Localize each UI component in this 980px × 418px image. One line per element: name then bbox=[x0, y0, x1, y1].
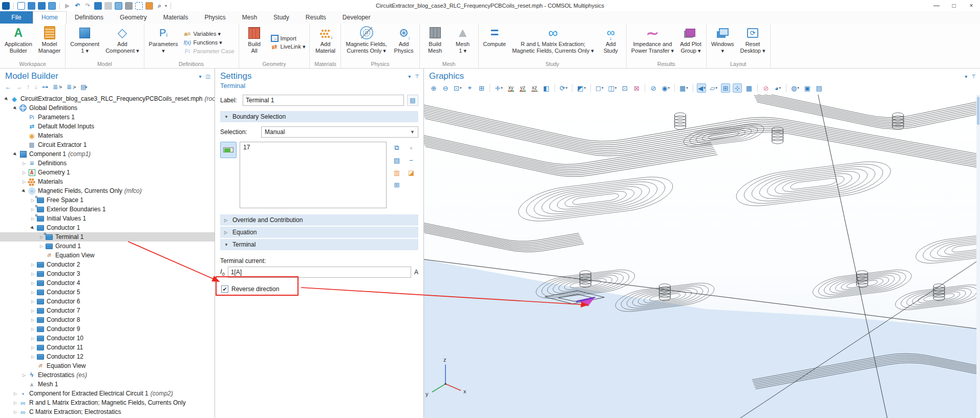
paste-button[interactable] bbox=[104, 2, 112, 10]
tree-item-conductor-4[interactable]: ▷Conductor 4 bbox=[0, 278, 215, 288]
tree-item-initial-values-1[interactable]: ▷Initial Values 1 bbox=[0, 214, 215, 223]
hide-selected-button[interactable]: ⊘ bbox=[649, 83, 658, 93]
tree-expander-icon[interactable]: ▷ bbox=[29, 345, 36, 350]
tab-developer[interactable]: Developer bbox=[334, 11, 379, 24]
image-effects-button[interactable]: ◫▾ bbox=[607, 83, 617, 93]
show-button[interactable]: ⊶ bbox=[42, 83, 48, 91]
tree-expander-icon[interactable]: ▷ bbox=[29, 355, 36, 359]
application-builder-button[interactable]: ApplicationBuilder bbox=[2, 25, 35, 60]
tab-definitions[interactable]: Definitions bbox=[67, 11, 112, 24]
tree-expander-icon[interactable]: ▶ bbox=[20, 187, 28, 195]
select-box-button[interactable]: ⊡ bbox=[620, 83, 629, 93]
duplicate-button[interactable] bbox=[115, 2, 122, 10]
zoom-to-selection-button[interactable]: ⊞ bbox=[477, 83, 486, 93]
tree-expander-icon[interactable]: ▷ bbox=[29, 272, 36, 276]
back-button[interactable]: ← bbox=[5, 83, 11, 91]
tree-item-default-model-inputs[interactable]: Default Model Inputs bbox=[0, 122, 215, 131]
show-material-color-button[interactable]: ⊘ bbox=[761, 83, 771, 93]
model-tree-node-text-button[interactable]: ▤ ▾ bbox=[80, 83, 87, 91]
tree-expander-icon[interactable]: ▷ bbox=[29, 281, 36, 285]
move-down-button[interactable]: ↓ bbox=[34, 83, 37, 91]
functions-button[interactable]: Functions ▾ bbox=[183, 39, 234, 46]
zoom-extents-button[interactable]: ⌖ bbox=[465, 83, 474, 93]
copy-selection-button[interactable]: ▤ bbox=[394, 157, 400, 164]
tree-expander-icon[interactable]: ▷ bbox=[38, 244, 45, 249]
tree-item-component-1[interactable]: ▶Component 1(comp1) bbox=[0, 149, 215, 159]
environment-reflections-button[interactable]: ◍▾ bbox=[790, 83, 800, 93]
delete-button[interactable] bbox=[125, 2, 133, 10]
tab-study[interactable]: Study bbox=[265, 11, 297, 24]
color-palette-button[interactable]: ◕▾ bbox=[773, 83, 782, 93]
snapshot-button[interactable]: ▣ bbox=[803, 83, 812, 93]
tree-expander-icon[interactable]: ▷ bbox=[12, 401, 19, 405]
tree-item-conductor-9[interactable]: ▷Conductor 9 bbox=[0, 324, 215, 334]
select-box-button[interactable] bbox=[135, 2, 143, 10]
tree-item-mesh-1[interactable]: Mesh 1 bbox=[0, 380, 215, 389]
tree-item-conductor-11[interactable]: ▷Conductor 11 bbox=[0, 343, 215, 352]
deselect-box-button[interactable]: ⊠ bbox=[632, 83, 641, 93]
add-physics-button[interactable]: AddPhysics bbox=[391, 25, 417, 60]
tree-expander-icon[interactable]: ▷ bbox=[29, 299, 36, 304]
scene-camera-button[interactable]: ◧ bbox=[542, 83, 551, 93]
terminal-current-input[interactable] bbox=[228, 267, 411, 278]
section-equation[interactable]: ▷ Equation bbox=[220, 227, 418, 238]
build-mesh-button[interactable]: BuildMesh bbox=[422, 25, 449, 60]
create-selection-button[interactable]: ⧉ bbox=[394, 144, 399, 152]
add-component-button[interactable]: AddComponent ▾ bbox=[103, 25, 141, 60]
graphics-scrollbar[interactable] bbox=[976, 95, 980, 418]
save-button[interactable] bbox=[38, 2, 46, 10]
tree-item-conductor-7[interactable]: ▷Conductor 7 bbox=[0, 306, 215, 315]
tab-results[interactable]: Results bbox=[297, 11, 334, 24]
tree-expander-icon[interactable]: ▶ bbox=[29, 224, 37, 232]
selection-dropdown[interactable]: Manual ▼ bbox=[261, 126, 418, 138]
tree-expander-icon[interactable]: ▷ bbox=[20, 161, 28, 166]
tree-item-ground-1[interactable]: ▷Ground 1 bbox=[0, 241, 215, 251]
maximize-button[interactable]: □ bbox=[945, 0, 963, 11]
model-builder-detach-icon[interactable]: ◫ bbox=[206, 74, 210, 79]
graphics-canvas[interactable]: z x y bbox=[424, 95, 980, 418]
undo-button[interactable]: ↶ bbox=[74, 2, 81, 10]
tree-item-terminal-1[interactable]: ▷Terminal 1 bbox=[0, 232, 215, 241]
view-menu-button[interactable]: ▦▾ bbox=[678, 83, 689, 93]
close-button[interactable]: × bbox=[963, 0, 980, 11]
windows-button[interactable]: Windows▾ bbox=[709, 25, 737, 60]
tree-item-parameters-1[interactable]: Parameters 1 bbox=[0, 113, 215, 122]
zoom-to-selection-button[interactable]: ⊞ bbox=[394, 181, 400, 189]
forward-button[interactable]: → bbox=[16, 83, 22, 91]
settings-pin-icon[interactable]: ⊤ bbox=[415, 74, 419, 79]
add-material-button[interactable]: AddMaterial bbox=[312, 25, 338, 60]
zoom-out-button[interactable]: ⊖ bbox=[441, 83, 450, 93]
tree-expander-icon[interactable]: ▷ bbox=[29, 262, 36, 267]
axis-orientation-button[interactable]: ⊹ bbox=[733, 83, 742, 93]
transparency-button[interactable]: ◻▾ bbox=[594, 83, 604, 93]
view-hidden-button[interactable]: ◉▾ bbox=[661, 83, 671, 93]
tree-item-materials[interactable]: ▷Materials bbox=[0, 177, 215, 186]
tab-home[interactable]: Home bbox=[33, 11, 67, 24]
go-to-default-view-button[interactable]: ✛▾ bbox=[494, 83, 503, 93]
graphics-pin-icon[interactable]: ⊤ bbox=[971, 74, 976, 79]
tree-item-circuitextractor-blog-case3-rlc-frequencypcbcoils-reset-mph[interactable]: ▶CircuitExtractor_blog_case3_RLC_Frequen… bbox=[0, 94, 215, 103]
redo-button[interactable]: ↷ bbox=[84, 2, 92, 10]
tab-physics[interactable]: Physics bbox=[196, 11, 233, 24]
tree-expander-icon[interactable]: ▷ bbox=[12, 391, 19, 396]
tree-expander-icon[interactable]: ▷ bbox=[29, 309, 36, 313]
tree-item-conductor-5[interactable]: ▷Conductor 5 bbox=[0, 288, 215, 297]
active-toggle-button[interactable] bbox=[220, 142, 237, 158]
add-to-selection-button[interactable]: + bbox=[409, 144, 413, 152]
go-to-yz-view-button[interactable]: yz bbox=[518, 83, 527, 93]
tree-item-definitions[interactable]: ▷Definitions bbox=[0, 159, 215, 168]
zoom-in-button[interactable]: ⊕ bbox=[429, 83, 438, 93]
play-button[interactable]: ▶ bbox=[63, 2, 71, 10]
tree-item-global-definitions[interactable]: ▶Global Definitions bbox=[0, 103, 215, 113]
rotate-view-button[interactable]: ⟳▾ bbox=[559, 83, 568, 93]
model-builder-menu-chevron-icon[interactable]: ▾ bbox=[199, 74, 202, 79]
tree-expander-icon[interactable]: ▷ bbox=[12, 410, 19, 414]
expand-all-button[interactable]: ≣↑ ▾ bbox=[53, 83, 62, 91]
zoom-box-button[interactable]: ⊡▾ bbox=[453, 83, 462, 93]
settings-menu-chevron-icon[interactable]: ▾ bbox=[408, 74, 411, 79]
tab-file[interactable]: File bbox=[0, 11, 33, 24]
reset-desktop-button[interactable]: ResetDesktop ▾ bbox=[738, 25, 768, 60]
find-button[interactable]: ⌕ bbox=[156, 2, 163, 10]
tree-expander-icon[interactable]: ▷ bbox=[20, 180, 28, 184]
tree-expander-icon[interactable]: ▶ bbox=[3, 95, 11, 103]
